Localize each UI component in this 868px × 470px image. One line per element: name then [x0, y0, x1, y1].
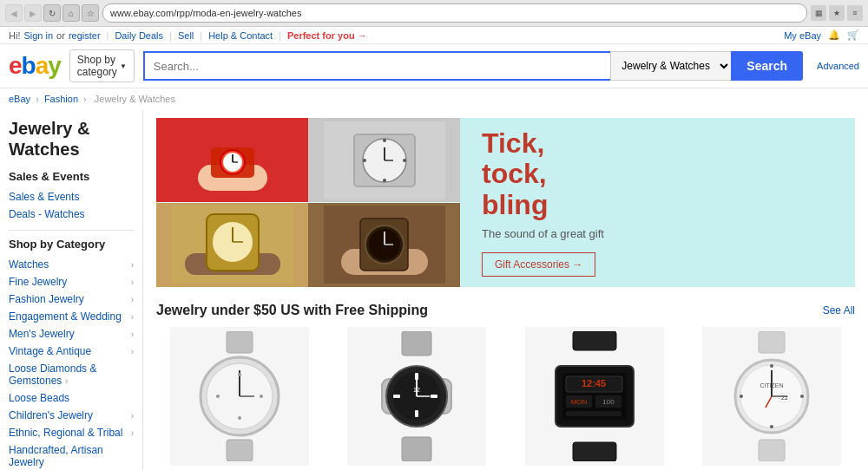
sidebar-link-label: Ethnic, Regional & Tribal	[9, 427, 122, 439]
browser-chrome: ◀ ▶ ↻ ⌂ ☆ www.ebay.com/rpp/moda-en-jewel…	[0, 0, 868, 27]
gift-accessories-button[interactable]: Gift Accessories →	[482, 252, 595, 277]
watch-image-silver	[324, 121, 445, 199]
svg-point-74	[740, 395, 743, 398]
sell-link[interactable]: Sell	[178, 30, 194, 41]
ebay-header: ebay Shop bycategory ▼ Jewelry & Watches…	[0, 44, 868, 88]
breadcrumb: eBay › Fashion › Jewelry & Watches	[0, 88, 868, 109]
sidebar-item-loose-beads[interactable]: Loose Beads	[9, 389, 134, 407]
sidebar-link-deals-watches[interactable]: Deals - Watches	[9, 206, 134, 223]
sidebar-item-engagement-wedding[interactable]: Engagement & Wedding ›	[9, 308, 134, 325]
product-watch-1	[183, 331, 296, 461]
home-button[interactable]: ⌂	[62, 4, 80, 22]
sidebar-item-ethnic-regional[interactable]: Ethnic, Regional & Tribal ›	[9, 424, 134, 441]
svg-text:100: 100	[602, 398, 615, 406]
sidebar-item-loose-diamonds[interactable]: Loose Diamonds &Gemstones ›	[9, 360, 134, 389]
product-grid: 12 WEIDE 12:45	[156, 327, 855, 470]
main-layout: Jewelry & Watches Sales & Events Sales &…	[0, 109, 868, 470]
product-image-3: WEIDE 12:45 MON 100	[525, 327, 664, 466]
svg-text:12: 12	[413, 387, 420, 393]
sidebar-item-mens-jewelry[interactable]: Men's Jewelry ›	[9, 325, 134, 343]
svg-rect-43	[415, 373, 418, 380]
perfect-for-you[interactable]: Perfect for you →	[287, 30, 367, 41]
sidebar-item-vintage-antique[interactable]: Vintage & Antique ›	[9, 343, 134, 360]
pipe-4: |	[279, 30, 281, 41]
chevron-right-icon: ›	[131, 260, 134, 270]
or-text: or	[56, 30, 65, 41]
breadcrumb-sep-1: ›	[36, 94, 42, 104]
forward-button[interactable]: ▶	[24, 4, 42, 22]
daily-deals-link[interactable]: Daily Deals	[115, 30, 163, 41]
chevron-right-icon: ›	[131, 347, 134, 356]
svg-point-37	[260, 395, 263, 398]
address-bar[interactable]: www.ebay.com/rpp/moda-en-jewelry-watches	[102, 3, 807, 23]
browser-icons: ▦ ★ ≡	[811, 5, 863, 21]
breadcrumb-fashion[interactable]: Fashion	[44, 94, 78, 104]
product-card-1[interactable]	[156, 327, 323, 470]
search-category-select[interactable]: Jewelry & Watches	[610, 51, 731, 81]
product-card-2[interactable]: 12	[333, 327, 500, 470]
svg-rect-52	[573, 442, 616, 461]
sidebar: Jewelry & Watches Sales & Events Sales &…	[0, 109, 143, 470]
product-image-4: CITIZEN 22	[702, 327, 841, 466]
sidebar-divider	[9, 230, 134, 231]
watch-image-gold	[172, 206, 293, 284]
search-container: Jewelry & Watches Search	[143, 51, 803, 81]
see-all-link[interactable]: See All	[823, 304, 855, 317]
sidebar-item-watches[interactable]: Watches ›	[9, 256, 134, 273]
signin-link[interactable]: Sign in	[23, 30, 53, 41]
sidebar-item-childrens-jewelry[interactable]: Children's Jewelry ›	[9, 407, 134, 424]
products-section-title: Jewelry under $50 US with Free Shipping	[156, 303, 428, 318]
svg-rect-28	[227, 331, 253, 353]
svg-point-36	[216, 395, 220, 398]
search-button[interactable]: Search	[731, 51, 803, 81]
product-watch-4: CITIZEN 22	[715, 331, 828, 461]
extension-icon-1[interactable]: ▦	[811, 5, 826, 21]
logo-y: y	[48, 52, 61, 79]
sidebar-link-label: Men's Jewelry	[9, 328, 75, 340]
sidebar-link-label: Sales & Events	[9, 191, 79, 203]
search-input[interactable]	[143, 51, 611, 81]
logo-a: a	[36, 52, 49, 79]
extension-icon-2[interactable]: ★	[829, 5, 845, 21]
sidebar-item-handcrafted[interactable]: Handcrafted, Artisan Jewelry	[9, 441, 134, 470]
banner-image-2	[308, 118, 460, 202]
svg-text:12:45: 12:45	[582, 378, 606, 388]
banner-images	[156, 118, 460, 287]
notification-icon[interactable]: 🔔	[828, 29, 840, 41]
chevron-right-icon: ›	[131, 312, 134, 322]
extension-icon-3[interactable]: ≡	[847, 5, 863, 21]
topbar-left: Hi! Sign in or register | Daily Deals | …	[9, 30, 367, 41]
banner-image-3	[156, 203, 308, 287]
product-image-2: 12	[347, 327, 486, 466]
svg-point-12	[403, 159, 406, 162]
banner-image-1	[156, 118, 308, 202]
breadcrumb-ebay[interactable]: eBay	[9, 94, 30, 104]
shop-by-text: Shop bycategory	[77, 54, 117, 78]
product-image-1	[170, 327, 309, 466]
sidebar-item-fashion-jewelry[interactable]: Fashion Jewelry ›	[9, 290, 134, 308]
sidebar-link-label: Children's Jewelry	[9, 409, 93, 421]
sidebar-link-sales-events[interactable]: Sales & Events	[9, 188, 134, 206]
product-card-3[interactable]: WEIDE 12:45 MON 100	[511, 327, 678, 470]
register-link[interactable]: register	[69, 30, 101, 41]
sidebar-section-sales-events: Sales & Events	[9, 170, 134, 183]
back-button[interactable]: ◀	[5, 4, 23, 22]
my-ebay-link[interactable]: My eBay	[784, 30, 821, 41]
refresh-button[interactable]: ↻	[43, 4, 61, 22]
svg-point-75	[800, 395, 804, 398]
ebay-logo[interactable]: ebay	[9, 52, 61, 80]
topbar-right: My eBay 🔔 🛒	[784, 29, 859, 41]
greeting-text: Hi!	[9, 30, 20, 41]
product-card-4[interactable]: CITIZEN 22	[688, 327, 855, 470]
main-content: Tick, tock, bling The sound of a great g…	[143, 109, 868, 470]
cart-icon[interactable]: 🛒	[847, 29, 859, 41]
shop-by-category-button[interactable]: Shop bycategory ▼	[69, 49, 135, 82]
svg-rect-44	[415, 410, 418, 417]
svg-rect-63	[759, 440, 785, 461]
sidebar-item-fine-jewelry[interactable]: Fine Jewelry ›	[9, 273, 134, 290]
help-contact-link[interactable]: Help & Contact	[208, 30, 273, 41]
banner-image-4	[308, 203, 460, 287]
svg-point-11	[363, 159, 366, 162]
bookmark-button[interactable]: ☆	[82, 4, 99, 22]
advanced-search-link[interactable]: Advanced	[817, 61, 859, 71]
